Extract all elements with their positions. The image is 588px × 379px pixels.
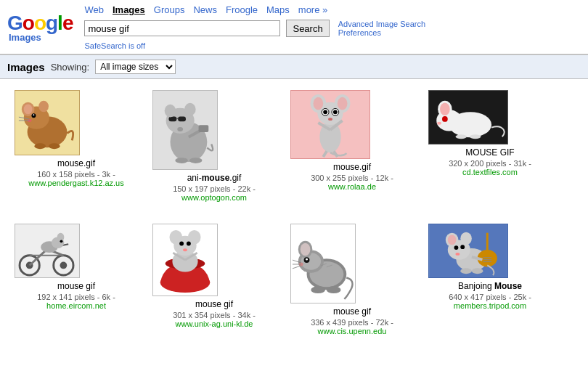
svg-point-95 — [448, 235, 457, 245]
image-source-link-8[interactable]: members.tripod.com — [454, 301, 526, 310]
image-cell-1: mouse.gif 160 x 158 pixels - 3k - www.pe… — [7, 86, 145, 205]
nav-images[interactable]: Images — [113, 4, 145, 15]
image-link-7[interactable] — [290, 224, 414, 303]
image-source-link-5[interactable]: home.eircom.net — [46, 301, 106, 310]
nav-groups[interactable]: Groups — [154, 4, 185, 15]
svg-point-19 — [177, 127, 183, 131]
svg-point-30 — [338, 97, 348, 110]
svg-point-98 — [460, 245, 465, 249]
image-source-2: www.optogon.com — [152, 193, 276, 202]
safe-search-link[interactable]: SafeSearch is off — [84, 41, 145, 50]
image-cell-3: mouse.gif 300 x 255 pixels - 12k - www.r… — [283, 86, 421, 205]
svg-point-8 — [34, 143, 46, 149]
logo-g: G — [7, 12, 23, 34]
image-source-1: www.pendergast.k12.az.us — [15, 179, 138, 187]
nav-news[interactable]: News — [193, 4, 217, 15]
image-link-4[interactable] — [428, 90, 552, 144]
image-grid: mouse.gif 160 x 158 pixels - 3k - www.pe… — [0, 79, 588, 361]
svg-point-61 — [60, 240, 63, 243]
images-bar-label: Images — [7, 61, 45, 73]
image-source-link-3[interactable]: www.rolaa.de — [328, 182, 376, 191]
advanced-links: Advanced Image Search Preferences — [338, 20, 425, 37]
image-link-3[interactable] — [290, 90, 414, 159]
image-link-2[interactable] — [152, 90, 276, 170]
svg-point-48 — [470, 134, 481, 139]
svg-point-28 — [314, 97, 324, 110]
nav-froogle[interactable]: Froogle — [226, 4, 258, 15]
svg-point-9 — [49, 143, 60, 149]
advanced-image-search-link[interactable]: Advanced Image Search — [338, 20, 425, 28]
svg-point-53 — [60, 262, 68, 269]
svg-rect-14 — [169, 116, 177, 121]
image-cell-8: Banjoing Mouse 640 x 417 pixels - 25k - … — [421, 220, 559, 339]
image-cell-7: mouse gif 336 x 439 pixels - 72k - www.c… — [283, 220, 421, 339]
nav-maps[interactable]: Maps — [266, 4, 290, 15]
image-source-8: members.tripod.com — [428, 301, 552, 310]
image-title-3: mouse.gif — [290, 162, 414, 172]
image-title-4: MOUSE GIF — [428, 147, 552, 158]
image-cell-5: mouse gif 192 x 141 pixels - 6k - home.e… — [7, 220, 145, 339]
svg-point-97 — [454, 245, 459, 250]
svg-point-107 — [472, 268, 483, 274]
svg-point-5 — [31, 113, 36, 118]
logo-o2: o — [34, 12, 46, 34]
size-select[interactable]: All image sizes Large images Medium imag… — [95, 60, 176, 74]
image-cell-2: ani-mouse.gif 150 x 197 pixels - 22k - w… — [145, 86, 283, 205]
svg-point-82 — [306, 258, 308, 261]
svg-point-88 — [327, 286, 341, 293]
image-source-link-4[interactable]: cd.textfiles.com — [462, 168, 518, 176]
svg-point-44 — [440, 103, 450, 116]
nav-web[interactable]: Web — [84, 4, 104, 15]
svg-point-46 — [437, 122, 441, 125]
svg-point-69 — [179, 242, 184, 246]
logo-images-label: Images — [9, 32, 41, 43]
search-row: mouse gif Search Advanced Image Search P… — [84, 20, 425, 37]
svg-point-4 — [38, 101, 49, 113]
image-source-link-7[interactable]: www.cis.upenn.edu — [318, 327, 387, 335]
image-meta-5: 192 x 141 pixels - 6k - — [15, 293, 138, 301]
image-title-6: mouse gif — [152, 299, 276, 309]
image-link-8[interactable] — [428, 224, 552, 278]
images-bar-showing: Showing: — [51, 62, 89, 73]
svg-point-22 — [175, 158, 188, 163]
svg-point-18 — [184, 103, 196, 116]
svg-rect-15 — [178, 116, 186, 121]
svg-point-3 — [24, 105, 33, 115]
image-row-1: mouse.gif 160 x 158 pixels - 3k - www.pe… — [7, 86, 581, 205]
image-link-1[interactable] — [15, 90, 138, 155]
image-source-link-6[interactable]: www.unix-ag.uni-kl.de — [176, 319, 253, 328]
image-meta-2: 150 x 197 pixels - 22k - — [152, 184, 276, 193]
svg-point-60 — [57, 233, 65, 242]
image-source-link-1[interactable]: www.pendergast.k12.az.us — [28, 179, 123, 187]
image-source-5: home.eircom.net — [15, 301, 138, 310]
svg-point-99 — [455, 253, 460, 256]
svg-point-35 — [328, 118, 332, 121]
images-bar: Images Showing: All image sizes Large im… — [0, 54, 588, 79]
image-source-3: www.rolaa.de — [290, 182, 414, 191]
image-cell-6: mouse gif 301 x 354 pixels - 34k - www.u… — [145, 220, 283, 339]
search-input[interactable]: mouse gif — [84, 20, 280, 36]
image-title-7: mouse gif — [290, 306, 414, 317]
logo-g2: g — [46, 12, 57, 34]
image-meta-4: 320 x 200 pixels - 31k - — [428, 159, 552, 168]
preferences-link[interactable]: Preferences — [338, 28, 425, 37]
svg-point-34 — [333, 110, 338, 114]
svg-point-17 — [165, 105, 176, 118]
logo-o1: o — [23, 12, 34, 34]
search-button[interactable]: Search — [286, 20, 329, 37]
image-link-5[interactable] — [15, 224, 138, 278]
svg-point-47 — [455, 134, 467, 139]
image-link-6[interactable] — [152, 224, 276, 296]
svg-point-106 — [460, 268, 472, 274]
logo-l: l — [57, 12, 62, 34]
nav-links: Web Images Groups News Froogle Maps more… — [84, 4, 425, 15]
svg-point-87 — [311, 286, 325, 293]
svg-point-23 — [189, 158, 203, 163]
image-meta-8: 640 x 417 pixels - 25k - — [428, 293, 552, 301]
nav-more[interactable]: more » — [298, 4, 327, 15]
image-source-link-2[interactable]: www.optogon.com — [181, 193, 247, 202]
svg-point-6 — [33, 114, 34, 115]
svg-point-71 — [183, 248, 187, 251]
svg-rect-21 — [199, 125, 209, 132]
svg-point-45 — [442, 116, 448, 122]
